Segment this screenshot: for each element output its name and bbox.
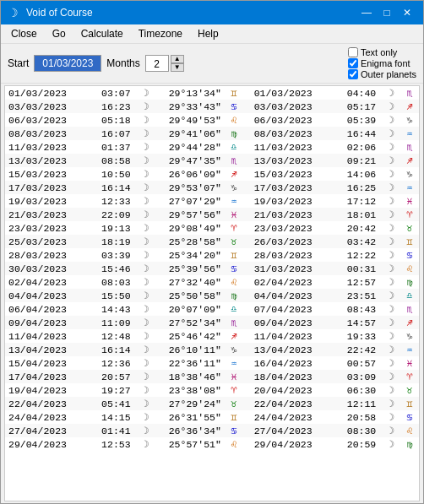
start-date: 17/03/2023 <box>5 181 98 194</box>
close-button[interactable]: ✕ <box>398 4 416 21</box>
end-date: 11/04/2023 <box>251 329 344 343</box>
moon-symbol-right: ☽ <box>385 113 400 127</box>
end-date: 29/04/2023 <box>251 437 344 451</box>
table-row: 13/04/2023 16:14 ☽ 26°10'11" ♑ 13/04/202… <box>5 343 419 356</box>
minimize-button[interactable]: — <box>357 4 376 21</box>
date-input[interactable] <box>34 55 101 72</box>
moon-symbol-right: ☽ <box>385 262 400 275</box>
degree: 29°44'28" <box>155 140 225 154</box>
table-row: 06/04/2023 14:43 ☽ 20°07'09" ♎ 07/04/202… <box>5 302 419 316</box>
end-time: 20:59 <box>344 437 386 451</box>
divider <box>243 397 251 410</box>
sign-left: ♉ <box>225 235 243 248</box>
toolbar-left: Start Months 2 ▲ ▼ <box>8 55 343 72</box>
sign-right: ♐ <box>400 316 419 329</box>
sign-right: ♉ <box>400 383 419 397</box>
start-date: 09/04/2023 <box>5 316 98 329</box>
menu-calculate[interactable]: Calculate <box>74 26 130 41</box>
sign-right: ♎ <box>400 289 419 302</box>
start-label: Start <box>8 57 29 69</box>
sign-symbol: ♉ <box>231 398 236 409</box>
sign-right: ♏ <box>400 86 419 100</box>
start-time: 16:07 <box>98 127 140 140</box>
divider <box>243 127 251 140</box>
sign-left: ♋ <box>225 262 243 275</box>
end-time: 14:57 <box>344 316 386 329</box>
months-value: 2 <box>145 55 169 72</box>
sign-symbol: ♊ <box>231 250 236 261</box>
sign-left: ♎ <box>225 140 243 154</box>
menu-timezone[interactable]: Timezone <box>132 26 189 41</box>
spinner-up[interactable]: ▲ <box>171 55 184 63</box>
end-time: 04:40 <box>344 86 386 100</box>
end-time: 03:42 <box>344 235 386 248</box>
table-row: 25/03/2023 18:19 ☽ 25°28'58" ♉ 26/03/202… <box>5 235 419 248</box>
moon-symbol-left: ☽ <box>140 181 155 194</box>
text-only-label: Text only <box>361 47 397 57</box>
degree: 27°07'29" <box>155 194 225 208</box>
sign-symbol: ♊ <box>406 398 412 409</box>
sign-left: ♉ <box>225 397 243 410</box>
start-date: 03/03/2023 <box>5 100 98 113</box>
degree: 29°13'34" <box>155 86 225 100</box>
sign-left: ♈ <box>225 221 243 235</box>
end-date: 17/03/2023 <box>251 181 344 194</box>
checkboxes: Text only Enigma font Outer planets <box>348 47 416 79</box>
sign-symbol: ♐ <box>231 331 236 342</box>
start-time: 18:19 <box>98 235 140 248</box>
end-time: 17:12 <box>344 194 386 208</box>
start-time: 14:15 <box>98 410 140 424</box>
degree: 20°07'09" <box>155 302 225 316</box>
moon-symbol-left: ☽ <box>140 208 155 221</box>
divider <box>243 370 251 383</box>
start-date: 24/04/2023 <box>5 410 98 424</box>
sign-symbol: ♉ <box>406 385 412 396</box>
sign-symbol: ♈ <box>406 371 412 382</box>
end-date: 31/03/2023 <box>251 262 344 275</box>
sign-symbol: ♒ <box>231 358 236 369</box>
sign-right: ♊ <box>400 397 419 410</box>
table-row: 27/04/2023 01:41 ☽ 26°36'34" ♋ 27/04/202… <box>5 424 419 437</box>
menu-go[interactable]: Go <box>46 26 73 41</box>
maximize-button[interactable]: □ <box>378 4 396 21</box>
moon-symbol-right: ☽ <box>385 208 400 221</box>
menu-close[interactable]: Close <box>4 26 44 41</box>
divider <box>243 235 251 248</box>
end-date: 07/04/2023 <box>251 302 344 316</box>
degree: 29°57'56" <box>155 208 225 221</box>
data-table: 01/03/2023 03:07 ☽ 29°13'34" ♊ 01/03/202… <box>5 86 419 451</box>
moon-symbol-left: ☽ <box>140 235 155 248</box>
title-bar-left: ☽ Void of Course <box>8 6 93 19</box>
enigma-font-checkbox[interactable] <box>348 58 358 68</box>
start-date: 15/03/2023 <box>5 167 98 181</box>
end-date: 23/03/2023 <box>251 221 344 235</box>
start-time: 15:46 <box>98 262 140 275</box>
sign-symbol: ♉ <box>406 223 412 234</box>
sign-symbol: ♍ <box>231 290 236 301</box>
sign-symbol: ♊ <box>406 236 412 247</box>
start-date: 13/03/2023 <box>5 154 98 167</box>
divider <box>243 194 251 208</box>
sign-symbol: ♐ <box>406 155 412 166</box>
moon-symbol-left: ☽ <box>140 140 155 154</box>
table-row: 23/03/2023 19:13 ☽ 29°08'49" ♈ 23/03/202… <box>5 221 419 235</box>
moon-symbol-right: ☽ <box>385 221 400 235</box>
start-date: 28/03/2023 <box>5 248 98 262</box>
end-date: 06/03/2023 <box>251 113 344 127</box>
table-row: 15/03/2023 10:50 ☽ 26°06'09" ♐ 15/03/202… <box>5 167 419 181</box>
menu-help[interactable]: Help <box>191 26 226 41</box>
degree: 29°41'06" <box>155 127 225 140</box>
end-time: 08:43 <box>344 302 386 316</box>
outer-planets-checkbox[interactable] <box>348 69 358 79</box>
degree: 29°08'49" <box>155 221 225 235</box>
start-time: 05:41 <box>98 397 140 410</box>
text-only-checkbox[interactable] <box>348 47 358 57</box>
sign-symbol: ♏ <box>231 155 236 166</box>
start-date: 27/04/2023 <box>5 424 98 437</box>
sign-symbol: ♋ <box>406 250 412 261</box>
divider <box>243 248 251 262</box>
spinner-down[interactable]: ▼ <box>171 63 184 72</box>
start-date: 01/03/2023 <box>5 86 98 100</box>
start-date: 15/04/2023 <box>5 356 98 370</box>
menu-bar: Close Go Calculate Timezone Help <box>1 24 423 44</box>
